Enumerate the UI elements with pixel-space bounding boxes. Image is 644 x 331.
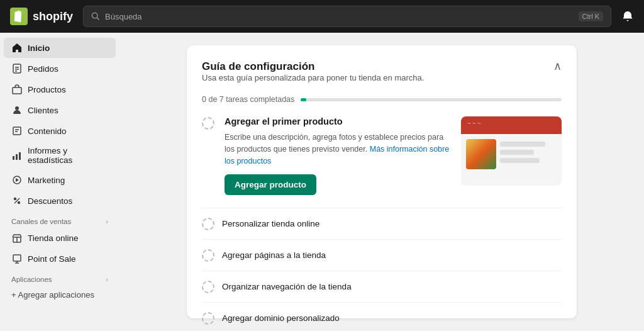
sidebar-item-marketing[interactable]: Marketing [4, 170, 116, 190]
add-apps-item[interactable]: + Agregar aplicaciones [0, 286, 119, 304]
image-card-area [461, 134, 562, 174]
add-apps-label: + Agregar aplicaciones [11, 290, 94, 300]
sidebar-label-informes: Informes y estadísticas [28, 146, 108, 165]
svg-rect-21 [13, 255, 21, 261]
sales-channels-label: Canales de ventas [11, 218, 71, 225]
featured-task-desc: Escribe una descripción, agrega fotos y … [225, 132, 451, 167]
sidebar-label-tienda-online: Tienda online [28, 233, 79, 243]
task-item-agregar-paginas[interactable]: Agregar páginas a la tienda [202, 239, 562, 271]
image-line-1 [500, 142, 545, 147]
image-line-3 [500, 158, 540, 163]
featured-task-title: Agregar el primer producto [225, 116, 451, 126]
task-label-organizar-nav: Organizar navegación de la tienda [222, 282, 352, 291]
shopify-logo-icon [10, 8, 28, 25]
sidebar-label-descuentos: Descuentos [28, 196, 72, 206]
pos-icon [11, 253, 23, 264]
task-checkbox-dominio[interactable] [202, 312, 214, 325]
sidebar-label-clientes: Clientes [28, 106, 58, 115]
task-label-agregar-paginas: Agregar páginas a la tienda [222, 250, 326, 260]
task-label-dominio: Agregar dominio personalizado [222, 313, 340, 323]
header: shopify Búsqueda Ctrl K [0, 0, 644, 33]
search-shortcut: Ctrl K [579, 11, 604, 21]
store-icon [11, 232, 23, 244]
task-item-dominio[interactable]: Agregar dominio personalizado [202, 302, 562, 331]
progress-row: 0 de 7 tareas completadas [202, 95, 562, 104]
svg-rect-7 [13, 87, 21, 94]
svg-point-8 [15, 106, 19, 110]
sales-channels-section[interactable]: Canales de ventas › [0, 211, 119, 228]
svg-line-2 [97, 18, 99, 20]
featured-task-checkbox[interactable] [202, 117, 214, 130]
collapse-guide-button[interactable]: ∧ [553, 60, 562, 72]
clients-icon [11, 104, 23, 116]
guide-header: Guía de configuración Usa esta guía pers… [202, 60, 562, 91]
content-icon [11, 125, 23, 137]
svg-point-17 [18, 202, 20, 204]
search-bar[interactable]: Búsqueda Ctrl K [83, 6, 611, 27]
sidebar-item-contenido[interactable]: Contenido [4, 121, 116, 141]
reports-icon [11, 150, 23, 161]
guide-card: Guía de configuración Usa esta guía pers… [187, 45, 577, 318]
progress-bar-fill [301, 98, 306, 101]
sidebar-item-descuentos[interactable]: Descuentos [4, 191, 116, 211]
task-item-organizar-nav[interactable]: Organizar navegación de la tienda [202, 271, 562, 302]
image-top-bar [461, 116, 562, 134]
task-checkbox-organizar-nav[interactable] [202, 281, 214, 293]
task-list: Personalizar tienda online Agregar págin… [202, 208, 562, 331]
sidebar-label-pos: Point of Sale [28, 254, 76, 264]
featured-task-content: Agregar el primer producto Escribe una d… [225, 116, 451, 195]
logo: shopify [10, 8, 73, 25]
svg-rect-3 [13, 64, 21, 73]
svg-rect-9 [13, 127, 21, 135]
add-product-button-label: Agregar producto [235, 180, 306, 189]
featured-task: Agregar el primer producto Escribe una d… [202, 116, 562, 195]
discounts-icon [11, 195, 23, 206]
featured-task-image [461, 116, 562, 186]
products-icon [11, 84, 23, 95]
logo-text: shopify [33, 10, 73, 23]
guide-title: Guía de configuración [202, 60, 424, 73]
sidebar-label-inicio: Inicio [28, 43, 50, 53]
home-icon [11, 42, 23, 53]
sidebar-item-informes[interactable]: Informes y estadísticas [4, 142, 116, 169]
svg-rect-12 [13, 156, 14, 160]
image-product-square [466, 139, 496, 169]
add-product-button[interactable]: Agregar producto [225, 174, 316, 195]
sidebar-label-contenido: Contenido [28, 126, 67, 136]
task-checkbox-agregar-paginas[interactable] [202, 249, 214, 262]
sales-channels-chevron: › [106, 218, 108, 225]
sidebar-label-marketing: Marketing [28, 176, 65, 185]
svg-point-16 [14, 198, 16, 200]
sidebar-label-pedidos: Pedidos [28, 64, 58, 74]
apps-label: Aplicaciones [11, 276, 52, 283]
sidebar-item-inicio[interactable]: Inicio [4, 38, 116, 58]
sidebar-item-tienda-online[interactable]: Tienda online [4, 228, 116, 248]
sidebar-label-productos: Productos [28, 85, 66, 94]
search-placeholder: Búsqueda [105, 12, 573, 21]
search-icon [91, 12, 100, 21]
sidebar-item-productos[interactable]: Productos [4, 79, 116, 99]
sidebar-item-pedidos[interactable]: Pedidos [4, 59, 116, 79]
sidebar-item-point-of-sale[interactable]: Point of Sale [4, 249, 116, 269]
image-lines [500, 139, 557, 169]
sidebar-item-clientes[interactable]: Clientes [4, 100, 116, 120]
marketing-icon [11, 174, 23, 186]
main-content: Guía de configuración Usa esta guía pers… [119, 33, 644, 331]
guide-subtitle: Usa esta guía personalizada para poner t… [202, 73, 424, 82]
notification-bell[interactable] [621, 10, 634, 23]
sidebar: Inicio Pedidos Productos [0, 33, 119, 331]
task-label-personalizar: Personalizar tienda online [222, 219, 319, 228]
progress-label: 0 de 7 tareas completadas [202, 95, 294, 104]
progress-bar-bg [301, 98, 562, 101]
main-layout: Inicio Pedidos Productos [0, 33, 644, 331]
svg-rect-14 [19, 152, 21, 160]
apps-chevron: › [106, 276, 108, 283]
apps-section[interactable]: Aplicaciones › [0, 269, 119, 286]
task-item-personalizar[interactable]: Personalizar tienda online [202, 208, 562, 239]
svg-rect-13 [16, 154, 18, 160]
image-line-2 [500, 150, 534, 155]
task-checkbox-personalizar[interactable] [202, 218, 214, 230]
orders-icon [11, 63, 23, 74]
